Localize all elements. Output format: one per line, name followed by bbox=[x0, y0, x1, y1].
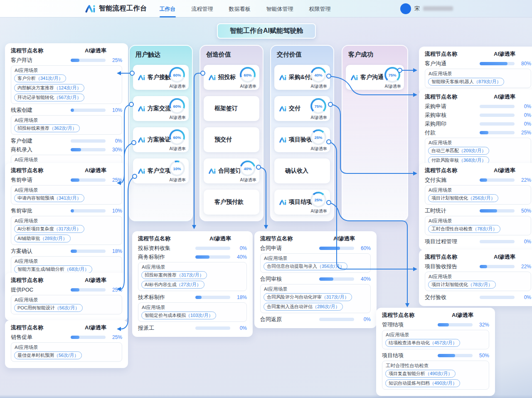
process-node-card[interactable]: 客户立项10%AI渗透率 bbox=[133, 158, 189, 183]
chip-count: （879次/月） bbox=[474, 79, 501, 85]
process-row: 项目结项50% bbox=[382, 351, 489, 360]
process-name: 付款 bbox=[425, 129, 436, 136]
process-node-card[interactable]: 客户接触60%AI渗透率 bbox=[133, 65, 189, 90]
node-main: 合同签订 bbox=[204, 158, 241, 183]
ai-scenario-box: AI应用场景招投标线索推荐（362次/月） bbox=[11, 115, 122, 135]
process-info-card-B1: 流程节点名称AI渗透率投标资料收集0%商务标制作40%AI应用场景招投标案例推荐… bbox=[132, 231, 253, 337]
scenario-chip: 合同风险评分与自动化评审（317次/月） bbox=[264, 293, 352, 301]
user-avatar[interactable] bbox=[400, 3, 411, 14]
info-card-header: 流程节点名称AI渗透率 bbox=[138, 235, 247, 242]
chip-count: （317次/月） bbox=[177, 272, 204, 278]
scenario-chip: 申请内容智能预填（341次/月） bbox=[14, 194, 84, 202]
process-node-card[interactable]: 项目验收25%AI渗透率 bbox=[274, 127, 330, 152]
info-card-header: 流程节点名称AI渗透率 bbox=[382, 311, 489, 319]
process-info-card-L4: 流程节点名称AI渗透率销售促单25%AI应用场景最佳促单时机预测（56次/月） bbox=[5, 320, 128, 368]
nav-item-perm-mgmt[interactable]: 权限管理 bbox=[308, 1, 332, 17]
penetration-donut-value: 40% bbox=[241, 162, 254, 175]
process-node-card[interactable]: 招投标60%AI渗透率 bbox=[204, 65, 259, 90]
scenario-chip: 智能方案生成/辅助分析（68次/月） bbox=[14, 265, 92, 273]
penetration-bar: 32% bbox=[438, 322, 489, 328]
process-node-card[interactable]: 方案验证60%AI渗透率 bbox=[133, 127, 189, 152]
penetration-value: 0% bbox=[518, 112, 531, 118]
chip-count: （209次/月） bbox=[459, 148, 486, 154]
scenario-chip: 知识自动提炼与归档（490次/月） bbox=[385, 379, 460, 387]
process-node-card[interactable]: 方案交流60%AI渗透率 bbox=[133, 96, 189, 121]
penetration-donut: 40% bbox=[310, 67, 326, 83]
process-info-card-L3: 流程节点名称AI渗透率提供POC25%AI应用场景POC用例智能设计（56次/月… bbox=[5, 273, 128, 321]
bar-track bbox=[71, 336, 106, 339]
process-node-card[interactable]: 客户预付款 bbox=[204, 190, 259, 215]
nav-item-agent-mgmt[interactable]: 智能体管理 bbox=[266, 1, 294, 17]
penetration-value: 50% bbox=[476, 353, 489, 358]
node-col-header: 流程节点名称 bbox=[138, 235, 170, 242]
node-main: 采购&付款 bbox=[274, 65, 316, 90]
process-row: 方案确认18% bbox=[11, 247, 122, 255]
bar-track bbox=[71, 178, 106, 182]
scenario-chip: AI辅助审批（289次/月） bbox=[14, 235, 71, 242]
chip-text: 合同信息自动提取与录入 bbox=[267, 263, 317, 269]
nav-item-process-mgmt[interactable]: 流程管理 bbox=[191, 1, 214, 17]
process-row: 交付实施22% bbox=[425, 176, 531, 184]
process-node-card[interactable]: 项目结项25%AI渗透率 bbox=[274, 190, 330, 215]
ai-scenario-label: AI应用场景 bbox=[142, 264, 244, 270]
bar-track bbox=[71, 209, 106, 213]
node-name: 项目验收 bbox=[289, 136, 312, 143]
node-name: 方案验证 bbox=[148, 136, 171, 143]
penetration-value: 30% bbox=[109, 147, 122, 153]
chip-text: 项目计划智能优化 bbox=[431, 282, 468, 288]
bar-track bbox=[319, 277, 354, 281]
penetration-value: 80% bbox=[518, 61, 531, 67]
ai-scenario-box: AI应用场景结项检查清单自动化（457次/月） bbox=[382, 330, 489, 349]
process-node-card[interactable]: 框架签订 bbox=[204, 96, 259, 121]
process-row: 项目验收报告22% bbox=[425, 262, 531, 271]
chip-text: 招投标案例推荐 bbox=[145, 272, 177, 278]
process-node-card[interactable]: 采购&付款40%AI渗透率 bbox=[274, 65, 330, 90]
scenario-chip-list: 项目计划智能优化（256次/月） bbox=[428, 194, 528, 202]
scenario-chip: 内部解决方案推荐（124次/月） bbox=[14, 84, 84, 92]
stage-column-title: 客户成功 bbox=[342, 46, 407, 59]
ai-node-icon bbox=[279, 137, 287, 143]
penetration-value: 0% bbox=[518, 239, 531, 245]
ai-scenario-box: AI应用场景最佳促单时机预测（56次/月） bbox=[11, 342, 122, 362]
penetration-value: 0% bbox=[357, 316, 371, 322]
process-node-card[interactable]: 预交付 bbox=[204, 127, 259, 152]
penetration-bar: 10% bbox=[71, 107, 122, 113]
chip-count: （56次/月） bbox=[54, 352, 79, 358]
bar-track bbox=[480, 178, 515, 182]
connector-arrow bbox=[413, 68, 417, 72]
scenario-chip: 招投标案例推荐（317次/月） bbox=[141, 271, 207, 279]
user-account[interactable]: 宋 bbox=[400, 0, 453, 17]
bar-track bbox=[71, 250, 106, 253]
scenario-chip: 智能聊天客服/机器人（879次/月） bbox=[428, 78, 504, 86]
scenario-chip: 拜访记录智能转化（567次/月） bbox=[14, 94, 84, 101]
ai-scenario-label: AI应用场景 bbox=[15, 187, 119, 193]
process-node-card[interactable]: 交付75%AI渗透率 bbox=[274, 96, 330, 121]
ai-scenario-box: AI应用场景AI分析项目复杂度（317次/月）AI辅助审批（289次/月） bbox=[11, 216, 122, 245]
bar-fill bbox=[71, 250, 77, 253]
penetration-bar: 40% bbox=[195, 254, 247, 260]
ai-scenario-box: AI应用场景项目计划智能优化（256次/月） bbox=[425, 185, 531, 205]
info-card-header: 流程节点名称AI渗透率 bbox=[425, 93, 531, 101]
chip-count: （356次/月） bbox=[317, 263, 344, 269]
process-node-card[interactable]: 确认收入 bbox=[274, 158, 330, 183]
nav-item-workbench[interactable]: 工作台 bbox=[159, 1, 177, 17]
process-name: 售前申请 bbox=[11, 176, 32, 184]
bar-track bbox=[71, 109, 106, 112]
ai-node-icon bbox=[279, 74, 287, 81]
penetration-bar: 25% bbox=[71, 57, 122, 63]
bar-track bbox=[438, 354, 473, 357]
process-name: 商务标制作 bbox=[138, 253, 165, 261]
penetration-donut-label: AI渗透率 bbox=[240, 177, 256, 183]
process-row: 技术标制作18% bbox=[138, 293, 247, 302]
node-name: 确认收入 bbox=[285, 167, 308, 175]
process-name: 交付实施 bbox=[425, 176, 446, 184]
process-node-card[interactable]: 客户沟通75%AI渗透率 bbox=[346, 65, 404, 90]
chip-count: （56次/月） bbox=[55, 305, 79, 311]
process-row: 采购申请0% bbox=[425, 102, 531, 111]
penetration-bar: 60% bbox=[319, 245, 371, 251]
penetration-donut-label: AI渗透率 bbox=[170, 146, 186, 152]
process-row: 报派工0% bbox=[138, 324, 247, 332]
nav-item-data-board[interactable]: 数据看板 bbox=[228, 1, 251, 17]
process-node-card[interactable]: 合同签订40%AI渗透率 bbox=[204, 158, 259, 183]
penetration-value: 40% bbox=[357, 276, 371, 282]
